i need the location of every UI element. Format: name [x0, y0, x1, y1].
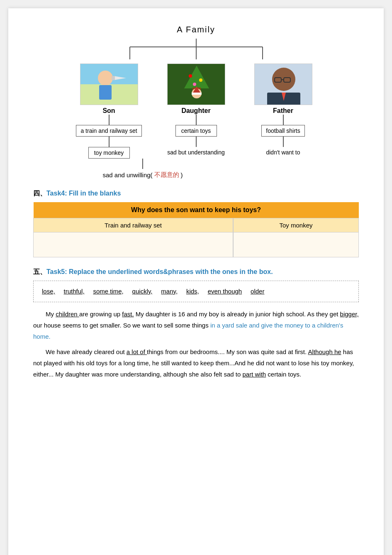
family-title: A Family: [177, 25, 215, 34]
svg-point-16: [193, 83, 196, 86]
father-label: Father: [273, 107, 293, 115]
svg-point-14: [189, 74, 192, 78]
passage-para2: We have already cleared out a lot of thi…: [33, 346, 359, 380]
son-vert3: [142, 159, 143, 169]
son-vert1: [109, 115, 110, 125]
son-label: Son: [102, 107, 115, 115]
underline-children: children: [56, 311, 79, 318]
passage-para1: My children are growing up fast. My daug…: [33, 308, 359, 342]
word-many: many,: [161, 288, 178, 295]
son-bottom-label: sad and unwilling(不愿意的): [103, 171, 183, 179]
daughter-label: Daughter: [181, 107, 210, 115]
word-sometime: some time,: [93, 288, 123, 295]
daughter-photo: [167, 64, 225, 105]
word-kids: kids,: [186, 288, 199, 295]
main-page: A Family: [8, 8, 384, 555]
svg-point-15: [199, 78, 202, 82]
underline-fast: fast.: [122, 311, 134, 318]
son-item1: a train and railway set: [76, 125, 141, 137]
underline-alot: a lot of: [127, 348, 147, 355]
son-photo: [80, 64, 138, 105]
svg-rect-19: [192, 93, 202, 95]
father-vert1: [283, 115, 284, 125]
table-main-header: Why does the son want to keep his toys?: [34, 202, 359, 218]
father-item1: football shirts: [261, 125, 304, 137]
father-item2: didn't want to: [266, 149, 300, 156]
word-lose: lose,: [42, 288, 55, 295]
svg-rect-10: [112, 76, 115, 80]
passage: My children are growing up fast. My daug…: [33, 308, 359, 380]
word-truthful: truthful,: [64, 288, 85, 295]
word-quickly: quickly,: [132, 288, 153, 295]
table-sub-header-row: Train and railway set Toy monkey: [34, 218, 359, 232]
task4-section: 四、Task4: Fill in the blanks Why does the…: [33, 189, 359, 257]
table-body-row: [34, 232, 359, 257]
task5-header: 五、Task5: Replace the underlined words&ph…: [33, 268, 359, 276]
family-tree-section: A Family: [33, 25, 359, 179]
son-vert2: [109, 137, 110, 147]
word-eventhough: even though: [208, 288, 242, 295]
daughter-item1: certain toys: [175, 125, 217, 137]
task4-header: 四、Task4: Fill in the blanks: [33, 189, 359, 198]
table-col2-header: Toy monkey: [233, 218, 358, 232]
daughter-vert2: [196, 137, 197, 147]
son-photo-svg: [80, 64, 138, 105]
tree-lines-svg: [76, 39, 317, 64]
colored-in: in a yard sale and give the money to a c…: [33, 322, 343, 340]
father-photo-svg: [255, 64, 312, 105]
table-col2-body: [233, 232, 358, 257]
underline-bigger: bigger,: [340, 311, 359, 318]
daughter-vert1: [196, 115, 197, 125]
table-col1-header: Train and railway set: [34, 218, 234, 232]
father-vert2: [283, 137, 284, 147]
father-photo: [254, 64, 312, 105]
word-older: older: [251, 288, 264, 295]
task5-section: 五、Task5: Replace the underlined words&ph…: [33, 268, 359, 380]
table-header-row: Why does the son want to keep his toys?: [34, 202, 359, 218]
underline-partwith: part with: [242, 371, 266, 378]
daughter-photo-svg: [168, 64, 225, 105]
word-box: lose, truthful, some time, quickly, many…: [33, 281, 359, 302]
daughter-item2: sad but understanding: [167, 149, 225, 156]
underline-although: Although he: [308, 348, 341, 355]
table-col1-body: [34, 232, 234, 257]
svg-rect-8: [99, 85, 112, 100]
svg-point-7: [98, 71, 113, 86]
son-item2: toy monkey: [88, 147, 130, 159]
task4-table: Why does the son want to keep his toys? …: [33, 202, 359, 257]
